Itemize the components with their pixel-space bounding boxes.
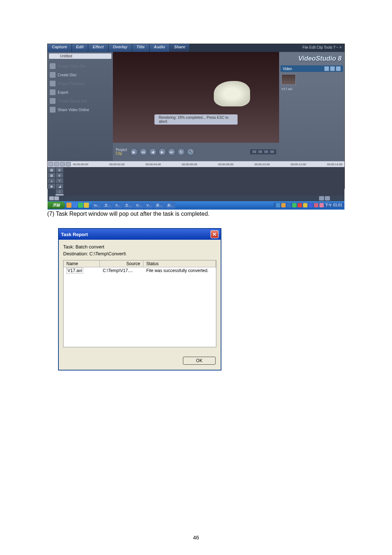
tool-icon[interactable] xyxy=(319,196,324,200)
header-status[interactable]: Status xyxy=(143,260,216,267)
taskbar-window[interactable]: 0... xyxy=(114,202,123,208)
task-name: Task: Batch convert xyxy=(63,244,216,250)
dropdown-icon[interactable] xyxy=(324,66,329,71)
sound-file-icon xyxy=(50,98,56,104)
taskbar-window[interactable]: 新... xyxy=(154,202,164,208)
cell-status: File was successfully converted. xyxy=(143,267,216,274)
time-mark: 00:00:10.00 xyxy=(254,163,270,166)
playback-icon xyxy=(50,81,56,86)
tray-icon[interactable] xyxy=(298,203,302,207)
end-button[interactable]: ⏭ xyxy=(168,148,176,156)
next-button[interactable]: ▶ xyxy=(158,148,166,156)
tray-icon[interactable] xyxy=(281,203,286,207)
voice-track-icon[interactable]: ◉ xyxy=(48,183,56,189)
tab-title[interactable]: Title xyxy=(132,44,149,52)
tab-effect[interactable]: Effect xyxy=(88,44,108,52)
vs-body: Untitled Create Video File Create Disc P… xyxy=(48,52,344,161)
library-panel: VideoStudio 8 Video V17.avi xyxy=(279,52,344,161)
gallery-category[interactable]: Video xyxy=(283,67,292,71)
taskbar-window[interactable]: V... xyxy=(144,202,154,208)
clip-thumbnail[interactable] xyxy=(281,74,296,85)
tray-icon[interactable] xyxy=(314,203,318,207)
windows-taskbar: 开始 Iu... 文... 0... 文... D... V... 新... 新… xyxy=(48,201,344,210)
play-button[interactable]: ▶ xyxy=(130,148,138,156)
taskbar-window[interactable]: Iu... xyxy=(92,202,102,208)
tray-icon[interactable] xyxy=(309,203,313,207)
instruction-text: (7) Task Report window will pop out afte… xyxy=(47,211,345,217)
tab-capture[interactable]: Capture xyxy=(48,44,72,52)
video-preview: Rendering: 18% completed... Press ESC to… xyxy=(113,52,279,143)
storyboard-view-icon[interactable] xyxy=(48,162,53,166)
menu-bar[interactable]: File Edit Clip Tools ? − × xyxy=(299,44,344,52)
folder-icon[interactable] xyxy=(336,66,341,71)
tray-icon[interactable] xyxy=(287,203,291,207)
duck-image xyxy=(214,81,250,106)
system-tray: 下午 01:01 xyxy=(274,203,344,208)
tray-icon[interactable] xyxy=(292,203,297,207)
preview-panel: Rendering: 18% completed... Press ESC to… xyxy=(113,52,279,161)
quicklaunch-icon[interactable] xyxy=(72,203,77,208)
zoom-out-icon[interactable] xyxy=(60,162,65,166)
timeline-view-icon[interactable] xyxy=(54,162,59,166)
close-button[interactable]: ✕ xyxy=(211,230,219,238)
tool-icon[interactable] xyxy=(325,196,330,200)
prev-button[interactable]: ◀ xyxy=(149,148,157,156)
cell-name: V17.avi xyxy=(64,267,100,274)
nav-left-icon[interactable] xyxy=(49,196,54,200)
tab-share[interactable]: Share xyxy=(170,44,190,52)
zoom-in-icon[interactable] xyxy=(66,162,71,166)
tab-edit[interactable]: Edit xyxy=(72,44,89,52)
tab-overlay[interactable]: Overlay xyxy=(109,44,132,52)
ok-button[interactable]: OK xyxy=(183,357,216,365)
task-report-titlebar: Task Report ✕ xyxy=(59,229,221,240)
tray-icon[interactable] xyxy=(303,203,307,207)
taskbar-window[interactable]: D... xyxy=(134,202,144,208)
taskbar-window[interactable]: 新... xyxy=(165,202,176,208)
quicklaunch-icon[interactable] xyxy=(66,203,72,208)
export[interactable]: Export xyxy=(49,88,111,97)
tray-icon[interactable] xyxy=(319,203,324,207)
title-track-icon[interactable]: ⫫ xyxy=(48,178,56,183)
quicklaunch-icon[interactable] xyxy=(78,203,83,208)
share-video-online[interactable]: Share Video Online xyxy=(49,105,111,114)
track-area[interactable] xyxy=(64,167,344,195)
project-name: Untitled xyxy=(49,53,111,59)
window-title: Task Report xyxy=(61,232,88,237)
tab-audio[interactable]: Audio xyxy=(150,44,170,52)
time-mark: 00:00:12.00 xyxy=(291,163,306,166)
taskbar-window[interactable]: 文... xyxy=(102,202,113,208)
track-toggle[interactable]: T xyxy=(56,178,64,183)
header-source[interactable]: Source xyxy=(100,260,143,267)
time-mark: 00:00:04.00 xyxy=(146,163,161,166)
table-row[interactable]: V17.avi C:\Temp\V17.... File was success… xyxy=(64,267,216,274)
quicklaunch-icon[interactable] xyxy=(84,203,89,208)
repeat-button[interactable]: ↻ xyxy=(177,148,185,156)
nav-right-icon[interactable] xyxy=(54,196,59,200)
timeline-tracks: ▦ ▦ ⫫ ◉ ⊕ ⊕ T ◢ ♫ xyxy=(48,167,344,195)
destination-path: Destination: C:\Temp\Convert\ xyxy=(63,251,216,256)
playback-controls: Project Clip ▶ ⏮ ◀ ▶ ⏭ ↻ 🔊 00 00 00 00 xyxy=(113,143,279,161)
overlay-track-icon[interactable]: ▦ xyxy=(48,173,56,178)
start-button[interactable]: 开始 xyxy=(48,202,65,209)
timeline: 00:00:00.00 00:00:02.00 00:00:04.00 00:0… xyxy=(48,161,344,201)
track-toggle-icons: ⊕ ⊕ T ◢ ♫ xyxy=(56,167,64,195)
timeline-ruler[interactable]: 00:00:00.00 00:00:02.00 00:00:04.00 00:0… xyxy=(48,161,344,167)
home-button[interactable]: ⏮ xyxy=(139,148,147,156)
results-table: Name Source Status V17.avi C:\Temp\V17..… xyxy=(63,260,216,347)
videostudio-window: Capture Edit Effect Overlay Title Audio … xyxy=(47,44,345,189)
video-file-icon xyxy=(50,63,56,69)
taskbar-window[interactable]: 文... xyxy=(123,202,134,208)
video-track-icon[interactable]: ▦ xyxy=(48,167,56,173)
load-icon[interactable] xyxy=(330,66,335,71)
create-video-file: Create Video File xyxy=(49,62,111,70)
create-disc[interactable]: Create Disc xyxy=(49,70,111,79)
track-toggle[interactable]: ⊕ xyxy=(56,167,64,173)
header-name[interactable]: Name xyxy=(64,260,100,267)
track-toggle[interactable]: ♫ xyxy=(56,189,64,194)
videostudio-logo: VideoStudio 8 xyxy=(281,53,343,64)
share-panel: Untitled Create Video File Create Disc P… xyxy=(48,52,113,161)
sound-button[interactable]: 🔊 xyxy=(187,148,195,156)
track-toggle[interactable]: ◢ xyxy=(56,183,64,189)
tray-icon[interactable] xyxy=(276,203,280,207)
track-toggle[interactable]: ⊕ xyxy=(56,173,64,178)
